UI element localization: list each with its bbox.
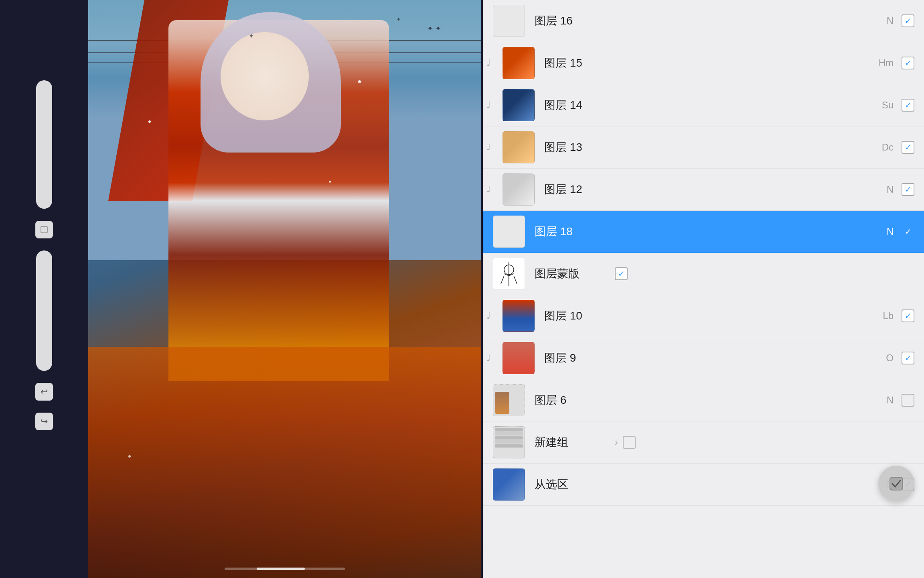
layer-info: 图层 10 Lb [544, 308, 914, 324]
canvas-scroll-thumb [257, 568, 305, 570]
svg-line-3 [501, 276, 504, 284]
layer-thumbnail [503, 47, 535, 79]
music-icon: ♩ [486, 100, 490, 110]
canvas-content: ✦ ✦ ✦ ✦ [88, 0, 481, 578]
opacity-slider[interactable] [36, 80, 52, 209]
layer-name: 图层 15 [544, 55, 624, 71]
layer-item-layer-13[interactable]: ♩ 图层 13 Dc [483, 126, 924, 169]
layers-panel: 图层 16 N ♩ 图层 15 Hm ♩ 图层 14 Su ♩ [483, 0, 924, 578]
group-chevron-icon: › [615, 437, 618, 448]
layer-info: 图层 18 N [535, 224, 914, 239]
layer-thumbnail [503, 300, 535, 332]
layer-name: 从选区 [535, 477, 615, 492]
layer-item-layer-9[interactable]: ♩ 图层 9 O [483, 337, 924, 379]
layer-info: 图层 12 N [544, 182, 914, 197]
layer-mode: O [886, 352, 894, 364]
layer-item-layer-select[interactable]: 从选区 N [483, 464, 924, 506]
layer-info: 新建组 › [535, 435, 914, 450]
layer-thumbnail [493, 426, 525, 458]
layer-item-layer-10[interactable]: ♩ 图层 10 Lb [483, 295, 924, 337]
layer-visibility-checkbox[interactable] [615, 267, 628, 280]
layer-name: 图层 6 [535, 393, 615, 408]
layer-visibility-checkbox[interactable] [902, 309, 914, 322]
layer-list: 图层 16 N ♩ 图层 15 Hm ♩ 图层 14 Su ♩ [483, 0, 924, 506]
layer-name: 图层蒙版 [535, 266, 615, 281]
layer-info: 图层 14 Su [544, 98, 914, 113]
layer-visibility-checkbox[interactable] [902, 14, 914, 27]
music-icon: ♩ [486, 184, 490, 195]
layer-visibility-checkbox[interactable] [902, 183, 914, 196]
layer-mode: N [887, 15, 894, 26]
svg-line-4 [514, 276, 517, 284]
left-toolbar: ↩ ↪ [0, 0, 88, 578]
size-slider[interactable] [36, 250, 52, 371]
layer-thumbnail [503, 89, 535, 121]
music-icon: ♩ [486, 311, 490, 321]
layer-thumbnail [503, 342, 535, 374]
layer-thumbnail [493, 258, 525, 290]
canvas-area[interactable]: ✦ ✦ ✦ ✦ [88, 0, 481, 578]
layer-visibility-checkbox[interactable] [902, 57, 914, 69]
music-icon: ♩ [486, 353, 490, 363]
layer-visibility-checkbox[interactable] [623, 436, 636, 449]
layer-name: 图层 13 [544, 140, 624, 155]
layer-item-layer-12[interactable]: ♩ 图层 12 N [483, 169, 924, 211]
layer-thumbnail [493, 384, 525, 416]
layer-name: 新建组 [535, 435, 615, 450]
layer-visibility-checkbox[interactable] [902, 141, 914, 154]
layer-item-layer-18[interactable]: 图层 18 N [483, 211, 924, 253]
layer-mode: N [887, 184, 894, 195]
layer-mode: Dc [882, 142, 894, 153]
layer-name: 图层 12 [544, 182, 624, 197]
layer-item-layer-group[interactable]: 新建组 › [483, 421, 924, 464]
layer-mode: Lb [883, 310, 894, 322]
canvas-scroll-bar[interactable] [225, 568, 345, 570]
layer-thumbnail [503, 173, 535, 206]
layer-name: 图层 18 [535, 224, 615, 239]
layer-item-layer-15[interactable]: ♩ 图层 15 Hm [483, 42, 924, 84]
layer-visibility-checkbox[interactable] [902, 225, 914, 238]
layer-name: 图层 14 [544, 98, 624, 113]
layer-visibility-checkbox[interactable] [902, 99, 914, 112]
layer-item-layer-14[interactable]: ♩ 图层 14 Su [483, 84, 924, 126]
layer-info: 图层蒙版 [535, 266, 914, 281]
layer-info: 图层 15 Hm [544, 55, 914, 71]
svg-rect-0 [41, 226, 47, 233]
layer-mode: Hm [879, 57, 894, 69]
layer-info: 图层 16 N [535, 13, 914, 28]
layer-name: 图层 10 [544, 308, 624, 324]
layer-name: 图层 16 [535, 13, 615, 28]
redo-button[interactable]: ↪ [35, 413, 53, 430]
layer-item-layer-6[interactable]: 图层 6 N [483, 379, 924, 421]
layer-info: 从选区 N [535, 477, 914, 492]
layer-mode: Su [882, 100, 894, 111]
layer-thumbnail [493, 5, 525, 37]
layer-thumbnail [493, 468, 525, 501]
layer-item-layer-sketch[interactable]: 图层蒙版 [483, 253, 924, 295]
floating-confirm-button[interactable] [878, 466, 914, 502]
music-icon: ♩ [486, 142, 490, 153]
layer-info: 图层 9 O [544, 350, 914, 366]
layer-info: 图层 13 Dc [544, 140, 914, 155]
layer-name: 图层 9 [544, 350, 624, 366]
layer-mode: N [887, 226, 894, 237]
layer-visibility-checkbox[interactable] [902, 352, 914, 364]
layer-info: 图层 6 N [535, 393, 914, 408]
layer-thumbnail [493, 216, 525, 248]
music-icon: ♩ [486, 58, 490, 68]
layer-thumbnail [503, 131, 535, 163]
undo-button[interactable]: ↩ [35, 383, 53, 401]
layer-item-layer-16[interactable]: 图层 16 N [483, 0, 924, 42]
layer-visibility-checkbox[interactable] [902, 394, 914, 407]
layer-mode: N [887, 395, 894, 406]
brush-size-control[interactable] [35, 221, 53, 238]
